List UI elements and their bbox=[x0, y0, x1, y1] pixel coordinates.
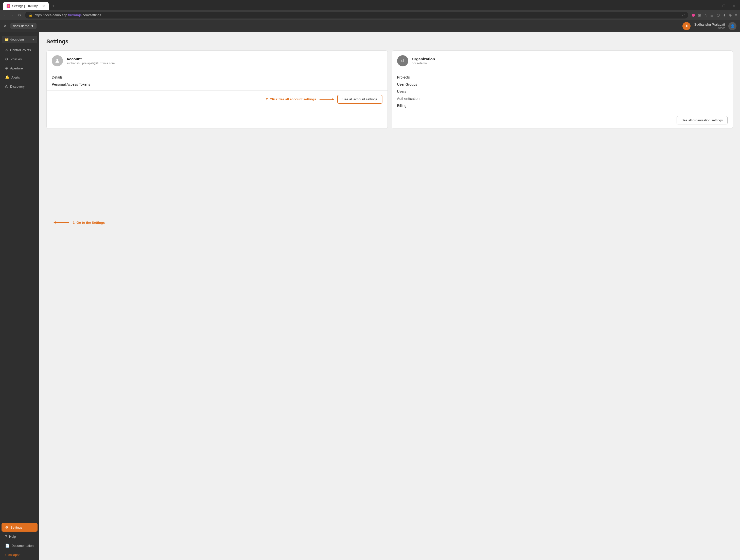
sidebar-label-collapse: collapse bbox=[8, 553, 20, 557]
settings-icon: ⚙ bbox=[5, 525, 8, 529]
org-link-authentication[interactable]: Authentication bbox=[397, 97, 728, 101]
url-text: https://docs-demo.app.fluxninja.com/sett… bbox=[34, 13, 101, 17]
sidebar-label-help: Help bbox=[9, 535, 16, 539]
header-close-btn[interactable]: ✕ bbox=[4, 23, 7, 28]
address-bar: ‹ › ↻ 🔒 https://docs-demo.app.fluxninja.… bbox=[0, 10, 740, 20]
sidebar-label-discovery: Discovery bbox=[10, 85, 25, 89]
star-icon[interactable]: ☆ bbox=[704, 13, 707, 17]
sidebar-label-alerts: Alerts bbox=[11, 76, 20, 79]
step1-label: 1. Go to the Settings bbox=[73, 221, 105, 225]
sidebar-project-btn[interactable]: 📁 docs-dem... ▼ bbox=[2, 36, 37, 43]
sidebar-label-aperture: Aperture bbox=[10, 67, 23, 70]
see-all-org-btn[interactable]: See all organization settings bbox=[676, 116, 728, 124]
svg-point-0 bbox=[56, 59, 58, 61]
sidebar: 📁 docs-dem... ▼ ✕ Control Points ⚙ Polic… bbox=[0, 32, 39, 560]
org-avatar: d bbox=[397, 55, 408, 67]
download-icon[interactable]: ⬇ bbox=[723, 13, 726, 17]
sidebar-item-collapse[interactable]: ‹ collapse bbox=[2, 550, 37, 559]
lock-icon: 🔒 bbox=[29, 13, 32, 17]
menu-icon[interactable]: ≡ bbox=[735, 13, 737, 17]
screenshot-icon[interactable]: ⬡ bbox=[717, 13, 720, 17]
doc-icon: 📄 bbox=[5, 544, 9, 548]
sidebar-item-policies[interactable]: ⚙ Policies bbox=[2, 55, 37, 63]
chevron-left-icon: ‹ bbox=[5, 553, 6, 557]
sidebar-item-alerts[interactable]: 🔔 Alerts bbox=[2, 73, 37, 82]
account-avatar bbox=[52, 55, 63, 67]
url-bar[interactable]: 🔒 https://docs-demo.app.fluxninja.com/se… bbox=[25, 12, 688, 18]
org-title: Organization bbox=[412, 57, 435, 61]
help-icon: ? bbox=[5, 534, 7, 539]
see-all-account-btn[interactable]: See all account settings bbox=[337, 95, 382, 104]
puzzle-icon[interactable]: ⊕ bbox=[729, 13, 732, 17]
sidebar-item-aperture[interactable]: ⊕ Aperture bbox=[2, 64, 37, 73]
sidebar-item-control-points[interactable]: ✕ Control Points bbox=[2, 45, 37, 54]
org-link-users[interactable]: Users bbox=[397, 90, 728, 94]
back-btn[interactable]: ‹ bbox=[3, 13, 7, 18]
org-card-header: d Organization docs-demo bbox=[392, 51, 733, 71]
win-close[interactable]: ✕ bbox=[730, 3, 737, 9]
account-card: Account sudhanshu.prajapati@fluxninja.co… bbox=[47, 50, 388, 129]
account-email: sudhanshu.prajapati@fluxninja.com bbox=[67, 62, 115, 65]
policies-icon: ⚙ bbox=[5, 57, 8, 61]
new-tab-btn[interactable]: + bbox=[50, 2, 57, 10]
settings-cards-grid: Account sudhanshu.prajapati@fluxninja.co… bbox=[47, 50, 733, 129]
browser-toolbar: ⊞ ☆ ☰ ⬡ ⬇ ⊕ ≡ bbox=[691, 13, 737, 17]
account-title: Account bbox=[67, 57, 115, 61]
sidebar-label-documentation: Documentation bbox=[11, 544, 33, 548]
sidebar-item-documentation[interactable]: 📄 Documentation bbox=[2, 541, 37, 550]
user-name: Sudhanshu Prajapati bbox=[694, 22, 725, 26]
step1-annotation: 1. Go to the Settings bbox=[47, 220, 733, 225]
account-link-details[interactable]: Details bbox=[52, 75, 382, 79]
project-selector[interactable]: docs-demo ▼ bbox=[10, 23, 36, 29]
bell-icon: 🔔 bbox=[5, 75, 9, 79]
user-info: Sudhanshu Prajapati Owner bbox=[694, 22, 725, 29]
sidebar-label-control-points: Control Points bbox=[10, 48, 31, 52]
sun-icon: ☀ bbox=[685, 24, 688, 28]
win-minimize[interactable]: — bbox=[710, 3, 718, 9]
account-links: Details Personal Access Tokens bbox=[47, 71, 387, 91]
header-right: ☀ Sudhanshu Prajapati Owner 👤 bbox=[682, 22, 736, 30]
discovery-icon: ◎ bbox=[5, 84, 8, 89]
main-layout: 📁 docs-dem... ▼ ✕ Control Points ⚙ Polic… bbox=[0, 32, 740, 560]
account-card-footer: 2. Click See all account settings See al… bbox=[47, 91, 387, 108]
browser-tab[interactable]: ⚡ Settings | FluxNinja ✕ bbox=[3, 2, 49, 10]
tab-favicon: ⚡ bbox=[7, 4, 10, 8]
sidebar-project-label: docs-dem... bbox=[10, 38, 26, 41]
aperture-icon: ⊕ bbox=[5, 66, 8, 70]
sidebar-item-discovery[interactable]: ◎ Discovery bbox=[2, 82, 37, 91]
sidebar-label-policies: Policies bbox=[10, 57, 22, 61]
org-link-projects[interactable]: Projects bbox=[397, 75, 728, 79]
project-dropdown-icon: ▼ bbox=[31, 24, 34, 28]
org-link-billing[interactable]: Billing bbox=[397, 104, 728, 108]
user-avatar[interactable]: 👤 bbox=[728, 22, 736, 30]
sidebar-project-arrow: ▼ bbox=[32, 38, 34, 41]
extensions-icon[interactable]: ⊞ bbox=[698, 13, 701, 17]
sidebar-spacer bbox=[0, 91, 39, 523]
step2-arrow bbox=[319, 97, 334, 102]
step2-annotation-row: 2. Click See all account settings See al… bbox=[266, 95, 382, 104]
settings-icon-circle[interactable]: ☀ bbox=[682, 22, 690, 30]
url-bar-icons: ⇄ bbox=[682, 13, 685, 17]
window-controls: — ❐ ✕ bbox=[710, 3, 737, 9]
org-card-footer: See all organization settings bbox=[392, 112, 733, 128]
sidebar-item-help[interactable]: ? Help bbox=[2, 532, 37, 541]
reader-icon[interactable]: ☰ bbox=[710, 13, 714, 17]
project-name: docs-demo bbox=[13, 24, 29, 28]
win-maximize[interactable]: ❐ bbox=[721, 3, 727, 9]
app-header: ✕ docs-demo ▼ ☀ Sudhanshu Prajapati Owne… bbox=[0, 20, 740, 32]
org-links: Projects User Groups Users Authenticatio… bbox=[392, 71, 733, 112]
account-header-text: Account sudhanshu.prajapati@fluxninja.co… bbox=[67, 57, 115, 65]
sidebar-item-settings[interactable]: ⚙ Settings bbox=[2, 523, 37, 532]
forward-btn[interactable]: › bbox=[10, 13, 14, 18]
folder-icon: 📁 bbox=[5, 37, 9, 41]
x-icon: ✕ bbox=[5, 48, 8, 52]
reload-btn[interactable]: ↻ bbox=[16, 13, 22, 18]
org-name: docs-demo bbox=[412, 62, 435, 65]
org-link-user-groups[interactable]: User Groups bbox=[397, 82, 728, 86]
tab-close-btn[interactable]: ✕ bbox=[42, 4, 45, 8]
account-card-header: Account sudhanshu.prajapati@fluxninja.co… bbox=[47, 51, 387, 71]
translate-icon[interactable]: ⇄ bbox=[682, 13, 685, 17]
brand-dot bbox=[692, 14, 695, 17]
content-area: Settings Account sudhanshu.praj bbox=[39, 32, 740, 560]
account-link-tokens[interactable]: Personal Access Tokens bbox=[52, 82, 382, 86]
